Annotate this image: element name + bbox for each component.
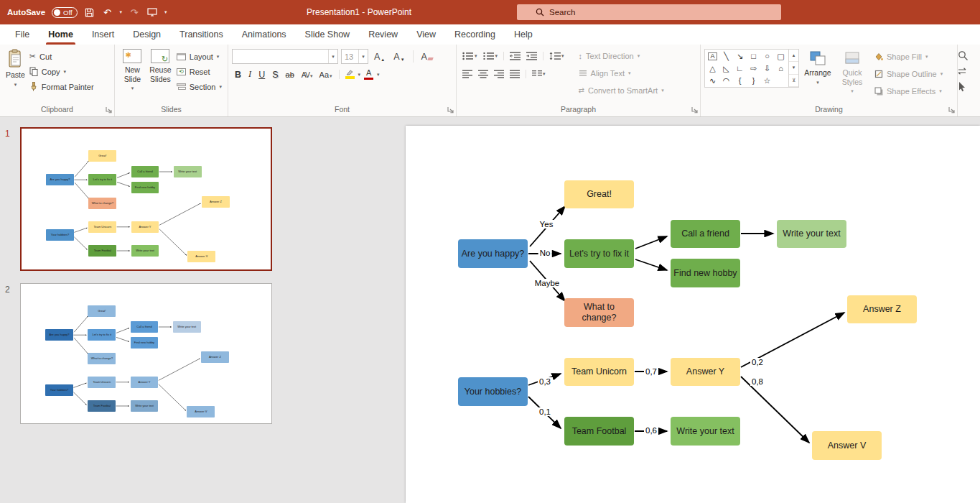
flowchart-node-team-footbal[interactable]: Team Footbal [564,417,634,446]
flowchart-node-answer-z[interactable]: Answer Z [201,351,229,363]
shape-star-icon[interactable]: ☆ [764,77,771,85]
shape-text-box-icon[interactable]: A [708,52,717,60]
quick-styles-button[interactable]: Quick Styles ▾ [836,49,868,96]
clear-formatting-button[interactable]: A [419,51,436,63]
drawing-dialog-launcher-icon[interactable] [948,106,955,114]
flowchart-node-team-unicorn[interactable]: Team Unicorn [88,377,116,388]
flowchart-node-your-hobbies[interactable]: Your hobbies? [45,384,73,396]
numbering-button[interactable]: ▾ [481,50,500,62]
flowchart-arrow[interactable] [74,237,87,250]
shape-triangle-icon[interactable]: △ [709,65,715,73]
bold-button[interactable]: B [232,69,244,80]
flowchart-arrow[interactable] [741,377,809,443]
tab-animations[interactable]: Animations [233,24,296,45]
flowchart-node-write-your-text-top[interactable]: Write your text [777,220,846,248]
text-direction-button[interactable]: ↕ Text Direction ▾ [577,48,666,63]
strikethrough-button[interactable]: ab [283,70,297,80]
flowchart-arrow[interactable] [116,328,129,333]
section-button[interactable]: Section ▾ [174,79,224,94]
flowchart-node-team-footbal[interactable]: Team Footbal [88,400,116,412]
flowchart-node-call-a-friend[interactable]: Call a friend [131,321,159,333]
flowchart-arrow[interactable] [73,383,86,387]
qat-customize-caret[interactable]: ▾ [164,9,167,15]
flowchart-node-great[interactable]: Great! [564,180,634,208]
flowchart-arrow[interactable] [117,182,130,186]
flowchart-node-answer-v[interactable]: Answer V [187,406,215,417]
flowchart-node-call-a-friend[interactable]: Call a friend [671,220,740,248]
shape-rounded-rectangle-icon[interactable]: ▢ [777,52,784,60]
text-highlight-color-button[interactable] [343,70,357,79]
flowchart-arrow[interactable] [635,259,667,270]
flowchart-arrow[interactable] [635,236,667,249]
flowchart-arrow[interactable] [74,228,87,232]
shape-fill-button[interactable]: Shape Fill ▾ [872,49,945,64]
font-name-combobox[interactable]: ▾ [232,49,338,64]
flowchart-arrow[interactable] [116,337,129,341]
increase-indent-button[interactable] [524,50,539,62]
flowchart-arrow[interactable] [74,316,88,332]
flowchart-node-lets-try-to-fix-it[interactable]: Let's try to fix it [564,239,634,268]
flowchart-node-answer-y[interactable]: Answer Y [131,377,159,388]
shape-pentagon-icon[interactable]: ⌂ [778,65,783,73]
reset-button[interactable]: ⟲ Reset [174,64,224,79]
reuse-slides-button[interactable]: ↻ Reuse Slides [146,47,174,85]
flowchart-arrow[interactable] [74,338,88,354]
font-name-caret[interactable]: ▾ [328,50,337,63]
font-color-button[interactable]: A [362,69,375,80]
flowchart-node-team-footbal[interactable]: Team Footbal [88,245,116,257]
flowchart-node-write-your-text-bottom[interactable]: Write your text [131,400,159,412]
edge-label-no[interactable]: No [538,249,552,257]
edge-label-0-8[interactable]: 0,8 [750,377,765,386]
shape-line-arrow-icon[interactable]: ↘ [737,52,743,60]
paste-button[interactable]: Paste ▾ [4,47,27,89]
columns-button[interactable]: ▾ [530,68,548,80]
increase-font-size-button[interactable]: A▲ [371,51,388,63]
tab-file[interactable]: File [6,24,39,45]
new-slide-button[interactable]: ✱ New Slide ▾ [118,47,146,93]
font-size-caret[interactable]: ▾ [358,50,368,63]
edge-label-0-3[interactable]: 0,3 [538,377,552,386]
flowchart-node-great[interactable]: Great! [88,150,116,162]
tab-review[interactable]: Review [359,24,407,45]
shapes-more-button[interactable]: ⊻ [789,75,798,87]
flowchart-arrow[interactable] [75,183,89,198]
edge-label-0-1[interactable]: 0,1 [538,407,552,416]
edge-label-0-6[interactable]: 0,6 [644,426,658,435]
edge-label-maybe[interactable]: Maybe [533,279,561,287]
flowchart-node-are-you-happy[interactable]: Are you happy? [458,239,528,268]
slide-2-thumbnail[interactable]: Are you happy?Great!Let's try to fix itW… [20,283,272,424]
align-right-button[interactable] [492,68,506,80]
flowchart-node-your-hobbies[interactable]: Your hobbies? [46,229,74,241]
change-case-button[interactable]: Aa▾ [317,70,335,80]
tab-transitions[interactable]: Transitions [170,24,233,45]
shapes-scroll-down-button[interactable]: ▾ [789,62,798,74]
shape-outline-button[interactable]: Shape Outline ▾ [872,66,945,81]
shape-line-icon[interactable]: ╲ [724,52,729,60]
font-color-caret[interactable]: ▾ [377,72,380,78]
flowchart-node-answer-y[interactable]: Answer Y [131,221,159,233]
slide-1-thumbnail[interactable]: Are you happy?Great!Let's try to fix itW… [20,127,272,271]
arrange-button[interactable]: Arrange ▾ [799,49,836,87]
copy-button[interactable]: Copy ▾ [27,64,96,79]
flowchart-arrow[interactable] [117,173,130,178]
flowchart-arrow[interactable] [159,384,186,411]
find-icon[interactable] [958,50,969,61]
flowchart-node-answer-v[interactable]: Answer V [187,251,215,262]
select-cursor-icon[interactable] [958,81,966,92]
font-dialog-launcher-icon[interactable] [447,106,454,114]
undo-button[interactable]: ↶ [102,6,113,18]
flowchart-node-call-a-friend[interactable]: Call a friend [131,166,159,177]
cut-button[interactable]: ✂ Cut [27,49,96,64]
shape-right-triangle-icon[interactable]: ◺ [723,65,729,73]
autosave-toggle[interactable]: Off [52,7,78,18]
font-size-combobox[interactable]: 13 ▾ [341,49,368,64]
flowchart-node-find-new-hobby[interactable]: Find new hobby [131,337,159,349]
text-shadow-button[interactable]: S [269,69,281,80]
flowchart-node-what-to-change[interactable]: What to change? [88,198,116,209]
flowchart-node-are-you-happy[interactable]: Are you happy? [46,174,74,185]
flowchart-node-answer-z[interactable]: Answer Z [847,295,917,323]
decrease-font-size-button[interactable]: A▼ [391,51,407,63]
flowchart-arrow[interactable] [75,161,89,177]
flowchart-arrow[interactable] [159,229,187,256]
flowchart-node-great[interactable]: Great! [88,305,116,317]
